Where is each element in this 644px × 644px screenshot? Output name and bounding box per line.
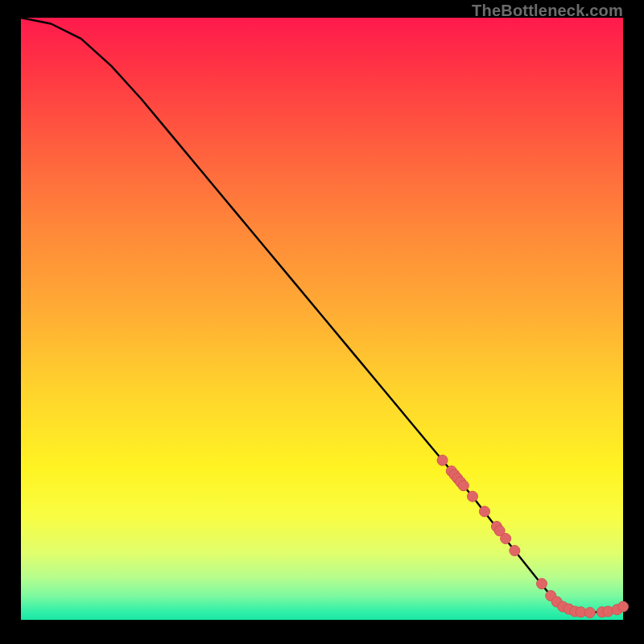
chart-stage: TheBottleneck.com bbox=[0, 0, 644, 644]
curve-marker bbox=[437, 455, 448, 465]
curve-marker bbox=[479, 506, 489, 517]
curve-marker bbox=[584, 608, 595, 618]
chart-svg bbox=[21, 18, 623, 620]
plot-area bbox=[21, 18, 623, 620]
curve-marker bbox=[510, 545, 520, 555]
curve-marker bbox=[618, 601, 629, 612]
curve-marker bbox=[537, 579, 547, 589]
curve-marker bbox=[603, 606, 613, 617]
bottleneck-curve bbox=[21, 18, 623, 613]
curve-markers bbox=[437, 455, 628, 617]
curve-marker bbox=[501, 534, 511, 544]
curve-marker bbox=[458, 481, 469, 491]
curve-marker bbox=[468, 491, 478, 502]
